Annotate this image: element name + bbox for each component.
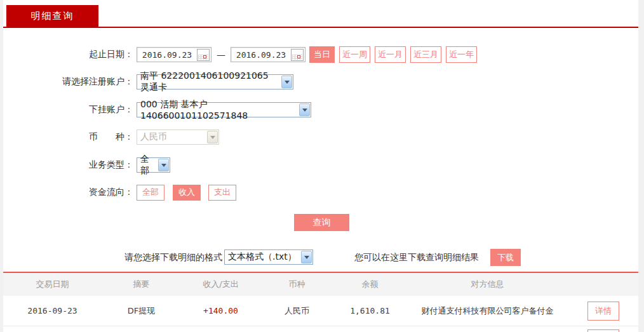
cell-amount: +140.00 xyxy=(181,306,260,315)
chevron-down-icon xyxy=(281,76,292,88)
quick-range-week-button[interactable]: 近一周 xyxy=(339,46,370,63)
download-format-value: 文本格式（.txt） xyxy=(228,251,297,263)
tab-underline xyxy=(3,27,638,28)
cell-summary: DF提现 xyxy=(102,305,181,317)
currency-label: 币 种： xyxy=(3,131,133,143)
header-balance: 余额 xyxy=(333,279,406,290)
quick-range-year-button[interactable]: 近一年 xyxy=(446,46,477,63)
download-row: 请您选择下载明细的格式 文本格式（.txt） 您可以在这里下载查询明细结果 下载 xyxy=(3,249,638,266)
currency-row: 币 种： 人民币 xyxy=(3,129,638,145)
chevron-down-icon xyxy=(158,159,169,171)
fund-flow-all-button[interactable]: 全部 xyxy=(137,185,164,201)
sub-account-row: 下挂账户： 000 活期 基本户 1406600101102571848 xyxy=(3,102,638,118)
end-date-value: 2016.09.23 xyxy=(231,50,291,60)
calendar-icon[interactable] xyxy=(197,49,210,61)
fund-flow-expense-button[interactable]: 支出 xyxy=(208,185,236,201)
table-row-partial: 详情 xyxy=(3,326,638,332)
business-type-row: 业务类型： 全部 xyxy=(3,157,638,173)
register-account-value: 南平 6222001406100921065 灵通卡 xyxy=(140,70,279,93)
download-hint-text: 您可以在这里下载查询明细结果 xyxy=(354,249,479,266)
start-date-value: 2016.09.23 xyxy=(137,50,197,60)
header-date: 交易日期 xyxy=(3,279,102,290)
detail-button[interactable]: 详情 xyxy=(587,302,619,321)
calendar-icon[interactable] xyxy=(291,49,304,61)
calendar-icon-day-marker xyxy=(203,55,206,58)
fund-flow-row: 资金流向： 全部 收入 支出 xyxy=(3,184,638,201)
header-counterparty: 对方信息 xyxy=(406,279,568,290)
sub-account-value: 000 活期 基本户 1406600101102571848 xyxy=(140,99,297,121)
table-row: 2016-09-23 DF提现 +140.00 人民币 1,610.81 财付通… xyxy=(3,296,638,326)
header-currency: 币种 xyxy=(260,279,333,290)
cell-counterparty: 财付通支付科技有限公司客户备付金 xyxy=(406,305,568,317)
register-account-row: 请选择注册账户： 南平 6222001406100921065 灵通卡 xyxy=(3,74,638,90)
download-button[interactable]: 下载 xyxy=(490,249,521,266)
business-type-label: 业务类型： xyxy=(3,159,133,171)
sub-account-select[interactable]: 000 活期 基本户 1406600101102571848 xyxy=(137,102,311,117)
results-table: 交易日期 摘要 收入/支出 币种 余额 对方信息 2016-09-23 DF提现… xyxy=(3,272,638,332)
quick-range-quarter-button[interactable]: 近三月 xyxy=(410,46,441,63)
currency-value: 人民币 xyxy=(140,131,167,143)
chevron-down-icon xyxy=(301,251,312,263)
sub-account-label: 下挂账户： xyxy=(3,104,133,116)
date-range-row: 起止日期： 2016.09.23 — 2016.09.23 当日 近一周 xyxy=(3,46,638,63)
fund-flow-label: 资金流向： xyxy=(3,187,133,198)
table-header-row: 交易日期 摘要 收入/支出 币种 余额 对方信息 xyxy=(3,272,638,296)
header-amount: 收入/支出 xyxy=(181,279,260,290)
query-button[interactable]: 查询 xyxy=(294,214,349,231)
cell-balance: 1,610.81 xyxy=(333,306,406,315)
date-range-separator: — xyxy=(217,50,225,60)
header-summary: 摘要 xyxy=(102,279,181,290)
date-range-label: 起止日期： xyxy=(3,49,133,60)
end-date-input[interactable]: 2016.09.23 xyxy=(231,47,305,62)
currency-select: 人民币 xyxy=(137,129,219,145)
cell-currency: 人民币 xyxy=(260,305,333,317)
business-type-select[interactable]: 全部 xyxy=(137,157,170,173)
register-account-label: 请选择注册账户： xyxy=(3,76,133,88)
quick-range-today-button[interactable]: 当日 xyxy=(309,46,335,63)
detail-query-page: 明细查询 起止日期： 2016.09.23 — 2016.09.23 xyxy=(0,0,644,332)
chevron-down-icon xyxy=(207,131,218,143)
register-account-select[interactable]: 南平 6222001406100921065 灵通卡 xyxy=(137,74,293,90)
chevron-down-icon xyxy=(299,103,310,116)
download-format-select[interactable]: 文本格式（.txt） xyxy=(224,249,313,265)
business-type-value: 全部 xyxy=(140,154,156,176)
detail-button[interactable]: 详情 xyxy=(587,329,619,332)
download-format-label: 请您选择下载明细的格式 xyxy=(124,249,222,266)
cell-date: 2016-09-23 xyxy=(3,306,102,315)
fund-flow-income-button[interactable]: 收入 xyxy=(173,185,201,201)
quick-range-month-button[interactable]: 近一月 xyxy=(375,46,406,63)
tab-detail-query[interactable]: 明细查询 xyxy=(6,5,98,27)
calendar-icon-day-marker xyxy=(297,55,300,58)
content-panel: 明细查询 起止日期： 2016.09.23 — 2016.09.23 xyxy=(3,0,638,332)
start-date-input[interactable]: 2016.09.23 xyxy=(137,47,211,62)
